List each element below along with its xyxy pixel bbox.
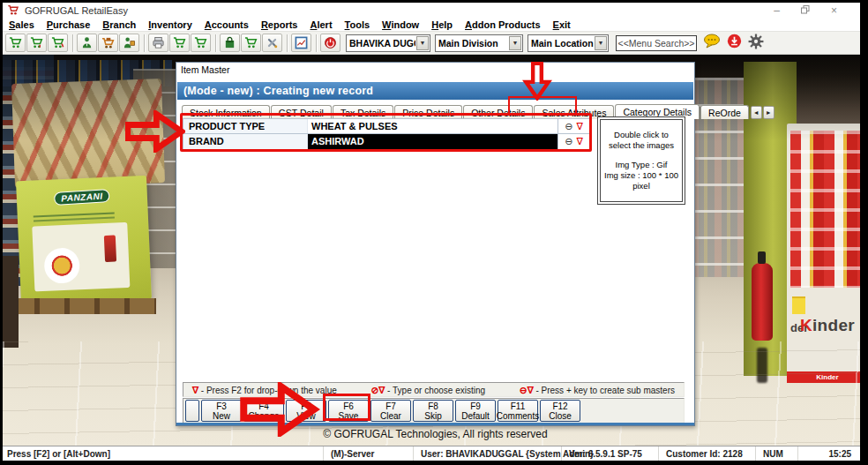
mode-header: (Mode - new) : Creating new record [177, 82, 693, 100]
settings-button[interactable] [748, 34, 764, 53]
power-button[interactable] [320, 34, 340, 52]
f3-new-button[interactable]: F3New [201, 400, 242, 422]
brand-row: BRAND ASHIRWAD ⊖ ∇ [183, 134, 590, 150]
toolbar: BHAVIKA DUGG ▼ Main Division ▼ Main Loca… [3, 32, 860, 55]
division-dropdown-value: Main Division [436, 38, 508, 49]
menu-tools[interactable]: Tools [339, 19, 377, 30]
cart-alert-button[interactable] [48, 34, 68, 52]
f11-comments-button[interactable]: F11Comments [498, 400, 538, 422]
f8-skip-button[interactable]: F8Skip [413, 400, 453, 422]
fire-extinguisher [752, 263, 773, 341]
image-picker-line1: Double click to select the images [602, 130, 680, 151]
f7-clear-button[interactable]: F7Clear [370, 400, 411, 422]
transfer-cart-button[interactable] [191, 34, 211, 52]
kinder-logo: Kinder [800, 316, 855, 335]
item-cart-icon [244, 36, 258, 49]
status-user: User: BHAVIKADUGGAL {System Admin} [413, 446, 561, 461]
chevron-down-icon[interactable]: ▼ [509, 36, 521, 50]
customer-icon [80, 36, 94, 49]
blank-button[interactable] [185, 400, 199, 422]
image-picker-line2: Img Type : Gif [616, 160, 668, 170]
tab-other-details[interactable]: Other Details [463, 105, 533, 119]
menu-search-input[interactable] [616, 35, 697, 51]
menu-inventory[interactable]: Inventory [142, 19, 198, 30]
tab-tax-details[interactable]: Tax Details [333, 105, 393, 119]
tab-price-details[interactable]: Price Details [394, 105, 462, 119]
dropdown-hint-icon: ∇ [192, 385, 198, 395]
menu-alert[interactable]: Alert [303, 19, 338, 30]
menu-addon-products[interactable]: Addon Products [459, 19, 547, 30]
panzani-logo: PANZANI [54, 189, 110, 206]
supplier-button[interactable] [119, 34, 139, 52]
brand-label: BRAND [183, 134, 307, 149]
dropdown-icon[interactable]: ∇ [576, 136, 582, 147]
create-submaster-icon[interactable]: ⊖ [565, 121, 572, 132]
menu-accounts[interactable]: Accounts [198, 19, 255, 30]
tab-scroll-left-button[interactable]: ◄ [751, 106, 762, 119]
dropdown-icon[interactable]: ∇ [576, 121, 582, 132]
f6-save-button[interactable]: F6Save [328, 400, 369, 422]
menu-purchase[interactable]: Purchase [41, 19, 97, 30]
sales-cart-button[interactable] [5, 34, 26, 52]
tools-icon [266, 36, 279, 49]
window-title: GOFRUGAL RetailEasy [25, 5, 128, 16]
item-master-dialog: Item Master (Mode - new) : Creating new … [176, 62, 695, 426]
menu-sales[interactable]: Sales [3, 19, 41, 30]
tab-reorder[interactable]: ReOrde [700, 105, 749, 119]
brand-input[interactable]: ASHIRWAD [307, 134, 557, 149]
chat-button[interactable] [703, 34, 721, 52]
image-picker-panel[interactable]: Double click to select the images Img Ty… [597, 116, 685, 205]
product-type-row: PRODUCT TYPE WHEAT & PULSES ⊖ ∇ [183, 118, 590, 134]
tools-button[interactable] [262, 34, 282, 52]
tab-strip: Stock Information GST Detail Tax Details… [182, 102, 774, 119]
division-dropdown[interactable]: Main Division ▼ [435, 34, 523, 52]
copyright-text: © GOFRUGAL Technologies, All rights rese… [176, 428, 695, 440]
f5-view-button[interactable]: F5View [286, 400, 326, 422]
status-time: 15:25 [797, 446, 860, 461]
status-num-lock: NUM [755, 446, 797, 461]
tab-scroll-right-button[interactable]: ► [763, 106, 774, 119]
minimize-button[interactable]: – [774, 5, 780, 16]
location-dropdown[interactable]: Main Location ▼ [528, 34, 609, 52]
stock-cart-button[interactable] [169, 34, 190, 52]
close-button[interactable]: × [831, 5, 837, 16]
inventory-bag-button[interactable] [220, 34, 240, 52]
sales-return-cart-button[interactable] [26, 34, 47, 52]
hint-dropdown-text: - Press F2 for drop-down the value [201, 386, 337, 395]
purchase-cart-button[interactable] [98, 34, 118, 52]
toolbar-separator [72, 34, 73, 52]
sub-master-hint-icon: ⊖∇ [520, 385, 534, 395]
wooden-pallet [10, 298, 156, 314]
printer-button[interactable] [148, 34, 168, 52]
item-cart-button[interactable] [241, 34, 261, 52]
settings-gear-icon [748, 34, 764, 49]
purchase-cart-icon [101, 36, 115, 49]
menu-branch[interactable]: Branch [96, 19, 142, 30]
menu-window[interactable]: Window [376, 19, 425, 30]
toolbar-separator [144, 34, 145, 52]
customer-button[interactable] [77, 34, 97, 52]
product-type-input[interactable]: WHEAT & PULSES [307, 119, 557, 133]
tab-stock-information[interactable]: Stock Information [182, 105, 270, 119]
restore-icon [801, 5, 810, 14]
menu-exit[interactable]: Exit [547, 19, 577, 30]
workspace: PANZANI der Kinder Kinder [3, 55, 860, 446]
f4-change-button[interactable]: F4Change [243, 400, 284, 422]
download-button[interactable] [727, 34, 742, 52]
brand-actions: ⊖ ∇ [557, 134, 589, 149]
type-choose-hint-icon: ⊘∇ [371, 385, 385, 395]
panzani-panel [32, 222, 130, 292]
f12-close-button[interactable]: F12Close [540, 400, 580, 422]
supplier-icon [123, 36, 136, 49]
menu-help[interactable]: Help [425, 19, 459, 30]
create-submaster-icon[interactable]: ⊖ [565, 136, 572, 147]
chevron-down-icon[interactable]: ▼ [595, 36, 607, 50]
restore-button[interactable] [801, 5, 810, 16]
f9-default-button[interactable]: F9Default [455, 400, 496, 422]
chevron-down-icon[interactable]: ▼ [416, 36, 429, 50]
menu-reports[interactable]: Reports [255, 19, 304, 30]
reports-chart-button[interactable] [291, 34, 311, 52]
transfer-cart-icon [194, 36, 207, 49]
tab-gst-detail[interactable]: GST Detail [271, 105, 332, 119]
user-dropdown[interactable]: BHAVIKA DUGG ▼ [346, 34, 430, 52]
